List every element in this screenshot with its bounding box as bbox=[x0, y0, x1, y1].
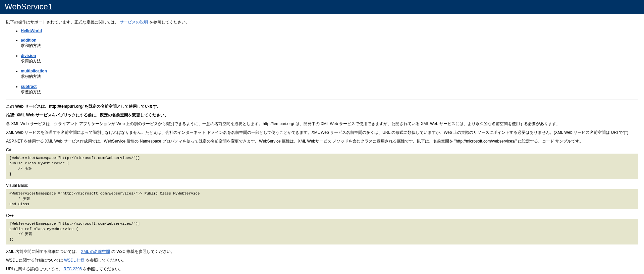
xml-namespaces-link[interactable]: XML の名前空間 bbox=[81, 249, 110, 254]
operation-link-helloworld[interactable]: HelloWorld bbox=[21, 29, 42, 33]
page-title: WebService1 bbox=[5, 2, 52, 11]
list-item: HelloWorld bbox=[21, 29, 638, 33]
operations-list: HelloWorld addition 求和的方法 division 求商的方法… bbox=[21, 29, 638, 95]
list-item: division 求商的方法 bbox=[21, 53, 638, 64]
code-block-cpp: [WebService(Namespace="http://microsoft.… bbox=[6, 219, 638, 245]
list-item: addition 求和的方法 bbox=[21, 38, 638, 49]
page-content: 以下の操作はサポートされています。正式な定義に関しては、 サービスの説明 を参照… bbox=[0, 14, 644, 274]
code-block-vb: <WebService(Namespace:="http://microsoft… bbox=[6, 189, 638, 209]
intro-text-prefix: 以下の操作はサポートされています。正式な定義に関しては、 bbox=[6, 20, 119, 24]
footer-uri-prefix: URI に関する詳細については、 bbox=[6, 267, 62, 271]
operation-link-addition[interactable]: addition bbox=[21, 38, 37, 43]
code-label-vb: Visual Basic bbox=[6, 183, 638, 188]
operation-desc: 求积的方法 bbox=[21, 74, 638, 79]
intro-text-suffix: を参照してください。 bbox=[149, 20, 190, 24]
operation-link-division[interactable]: division bbox=[21, 53, 36, 58]
namespace-explain-2: XML Web サービスを管理する名前空間によって識別しなければなりません。たと… bbox=[6, 129, 638, 135]
footer-xml-prefix: XML 名前空間に関する詳細については、 bbox=[6, 249, 80, 254]
operation-link-subtract[interactable]: subtract bbox=[21, 84, 37, 89]
wsdl-spec-link[interactable]: WSDL 仕様 bbox=[64, 258, 85, 263]
service-description-link[interactable]: サービスの説明 bbox=[120, 20, 148, 24]
intro-paragraph: 以下の操作はサポートされています。正式な定義に関しては、 サービスの説明 を参照… bbox=[6, 19, 638, 25]
footer-xml-namespaces: XML 名前空間に関する詳細については、 XML の名前空間 の W3C 推奨を… bbox=[6, 249, 638, 255]
list-item: subtract 求差的方法 bbox=[21, 84, 638, 95]
code-label-csharp: C# bbox=[6, 148, 638, 152]
operation-desc: 求差的方法 bbox=[21, 89, 638, 95]
operation-link-multiplication[interactable]: multiplication bbox=[21, 69, 47, 73]
operation-desc: 求和的方法 bbox=[21, 43, 638, 49]
footer-wsdl: WSDL に関する詳細については WSDL 仕様 を参照してください。 bbox=[6, 257, 638, 263]
operation-desc: 求商的方法 bbox=[21, 58, 638, 64]
code-block-csharp: [WebService(Namespace="http://microsoft.… bbox=[6, 154, 638, 179]
footer-xml-suffix: の W3C 推奨を参照してください。 bbox=[111, 249, 175, 254]
list-item: multiplication 求积的方法 bbox=[21, 69, 638, 79]
namespace-explain-1: 各 XML Web サービスは、クライアント アプリケーションが Web 上の別… bbox=[6, 121, 638, 127]
namespace-explain-3: ASP.NET を使用する XML Web サービス作成用では、WebServi… bbox=[6, 138, 638, 144]
page-header: WebService1 bbox=[0, 0, 644, 14]
divider bbox=[6, 100, 638, 100]
footer-wsdl-suffix: を参照してください。 bbox=[86, 258, 126, 263]
namespace-recommendation: 推奨: XML Web サービスをパブリックにする前に、既定の名前空間を変更して… bbox=[6, 112, 638, 118]
code-label-cpp: C++ bbox=[6, 213, 638, 218]
footer-uri-suffix: を参照してください。 bbox=[83, 267, 123, 271]
footer-uri: URI に関する詳細については、 RFC 2396 を参照してください。 bbox=[6, 266, 638, 272]
rfc2396-link[interactable]: RFC 2396 bbox=[63, 267, 82, 271]
footer-wsdl-prefix: WSDL に関する詳細については bbox=[6, 258, 64, 263]
namespace-notice: この Web サービスは、http://tempuri.org/ を既定の名前空… bbox=[6, 103, 638, 109]
